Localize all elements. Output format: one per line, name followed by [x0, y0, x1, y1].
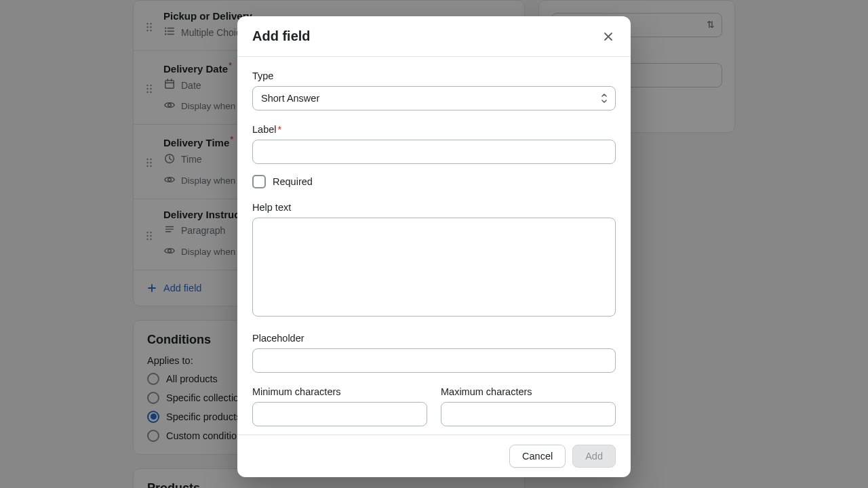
modal-title: Add field: [252, 28, 311, 44]
max-chars-label: Maximum characters: [441, 386, 616, 397]
required-label: Required: [273, 176, 313, 187]
required-checkbox[interactable]: [252, 175, 266, 188]
label-label: Label*: [252, 124, 616, 135]
type-label: Type: [252, 70, 616, 81]
help-text-label: Help text: [252, 202, 616, 213]
min-chars-input[interactable]: [252, 402, 427, 426]
modal-overlay: Add field Type Short Answer Label*: [0, 0, 868, 488]
min-chars-label: Minimum characters: [252, 386, 427, 397]
max-chars-input[interactable]: [441, 402, 616, 426]
close-icon: [604, 32, 613, 41]
cancel-button[interactable]: Cancel: [509, 445, 566, 468]
type-select[interactable]: Short Answer: [252, 86, 616, 110]
close-button[interactable]: [601, 29, 616, 44]
add-button[interactable]: Add: [572, 445, 616, 468]
label-input[interactable]: [252, 140, 616, 164]
chevron-updown-icon: [600, 92, 608, 106]
type-select-value: Short Answer: [261, 93, 319, 104]
help-text-input[interactable]: [252, 218, 616, 317]
add-field-modal: Add field Type Short Answer Label*: [237, 16, 631, 477]
placeholder-label: Placeholder: [252, 333, 616, 344]
placeholder-input[interactable]: [252, 348, 616, 373]
